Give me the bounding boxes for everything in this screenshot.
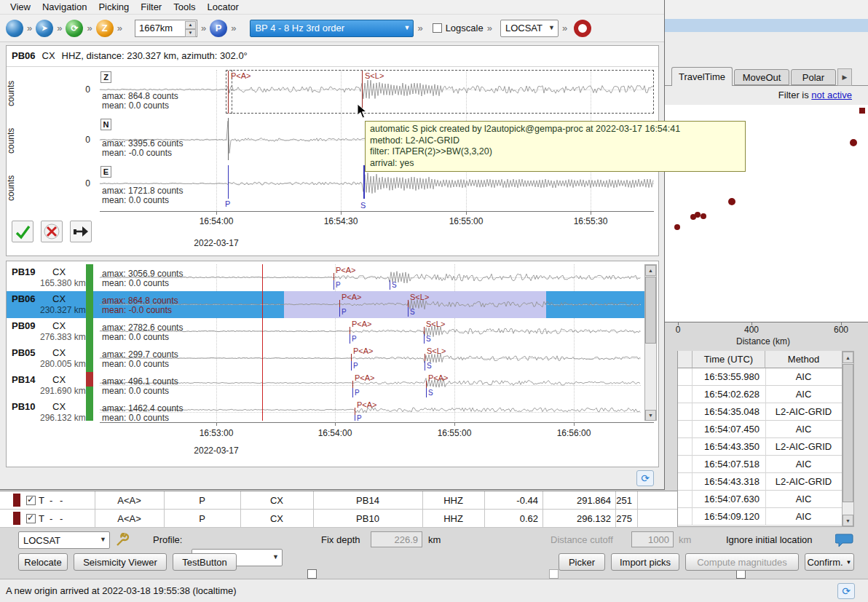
reject-pick-button[interactable] bbox=[41, 221, 63, 242]
fix-depth-checkbox[interactable] bbox=[307, 569, 317, 579]
spin-buttons[interactable]: ▲▼ bbox=[185, 21, 196, 36]
plot-point[interactable] bbox=[690, 214, 696, 220]
relocate-button[interactable]: Relocate bbox=[18, 553, 68, 571]
picker-button[interactable]: Picker bbox=[559, 553, 605, 571]
compute-magnitudes-button[interactable]: Compute magnitudes bbox=[685, 553, 799, 571]
station-network: CX bbox=[52, 401, 66, 412]
picks-table-row[interactable]: 16:54:43.350L2-AIC-GRID bbox=[678, 438, 842, 456]
spin-up-icon[interactable]: ▲ bbox=[185, 21, 196, 29]
residual-color-block bbox=[13, 494, 20, 507]
tab-polar[interactable]: Polar bbox=[791, 69, 836, 85]
station-list-scrollbar[interactable]: ▲ ▼ bbox=[644, 264, 657, 421]
menu-navigation[interactable]: Navigation bbox=[36, 0, 92, 14]
p-theoretical-marker[interactable] bbox=[228, 165, 229, 199]
filter-status-link[interactable]: not active bbox=[811, 90, 852, 100]
time-used-checkbox[interactable] bbox=[26, 496, 36, 505]
time-tick-label: 16:54:00 bbox=[312, 428, 358, 438]
arrival-row[interactable]: T - - A<A> P CX PB14 HHZ -0.44 291.864 2… bbox=[0, 491, 677, 510]
picks-table-row[interactable]: 16:54:07.630AIC bbox=[678, 491, 842, 508]
time-used-checkbox[interactable] bbox=[26, 514, 36, 523]
distance-cutoff-checkbox[interactable] bbox=[549, 569, 559, 579]
p-phase-icon[interactable]: P bbox=[210, 20, 227, 37]
comment-icon[interactable] bbox=[835, 532, 854, 548]
toolbar-separator[interactable]: » bbox=[87, 23, 92, 33]
toolbar-separator[interactable]: » bbox=[417, 23, 422, 33]
toolbar-separator[interactable]: » bbox=[201, 23, 206, 33]
toolbar-separator[interactable]: » bbox=[231, 23, 236, 33]
menu-locator[interactable]: Locator bbox=[202, 0, 245, 14]
p-pick-marker[interactable] bbox=[228, 71, 229, 114]
picks-table-row[interactable]: 16:54:35.048L2-AIC-GRID bbox=[678, 403, 842, 421]
test-button[interactable]: TestButton bbox=[173, 553, 237, 571]
toolbar-separator[interactable]: » bbox=[487, 23, 492, 33]
tab-traveltime[interactable]: TravelTime bbox=[671, 67, 733, 86]
picks-table-row[interactable]: 16:54:09.120AIC bbox=[678, 508, 842, 526]
station-row-pb14[interactable]: PB14 CX 291.690 km amax: 496.1 counts me… bbox=[7, 372, 644, 399]
station-network: CX bbox=[52, 293, 66, 304]
menu-filter[interactable]: Filter bbox=[135, 0, 167, 14]
menu-tools[interactable]: Tools bbox=[167, 0, 201, 14]
plot-point[interactable] bbox=[728, 198, 735, 205]
picks-table-row[interactable]: 16:53:55.980AIC bbox=[678, 368, 842, 386]
active-trace-selection[interactable] bbox=[226, 70, 654, 114]
logscale-checkbox[interactable] bbox=[433, 23, 442, 33]
column-header-time[interactable]: Time (UTC) bbox=[693, 351, 765, 368]
scroll-up-button[interactable]: ▲ bbox=[843, 352, 853, 363]
flag-dash: - bbox=[50, 513, 52, 524]
confirm-button[interactable]: Confirm.▼ bbox=[805, 553, 854, 571]
confirm-pick-button[interactable] bbox=[12, 221, 33, 242]
wrench-icon[interactable] bbox=[115, 533, 131, 547]
pick-method: AIC bbox=[765, 371, 842, 382]
depth-input[interactable]: 226.9 bbox=[371, 531, 422, 547]
toolbar-separator[interactable]: » bbox=[27, 23, 32, 33]
tab-scroll-right-button[interactable]: ▶ bbox=[837, 68, 852, 86]
refresh-green-icon[interactable]: ⟳ bbox=[66, 20, 83, 37]
station-row-pb10[interactable]: PB10 CX 296.132 km amax: 1462.4 counts m… bbox=[7, 399, 644, 421]
station-row-pb19[interactable]: PB19 CX 165.380 km amax: 3056.9 counts m… bbox=[7, 264, 644, 291]
station-distance: 280.005 km bbox=[40, 359, 86, 369]
origin-update-icon[interactable]: ⟳ bbox=[837, 583, 855, 599]
scroll-down-button[interactable]: ▼ bbox=[645, 410, 656, 421]
plot-point-square[interactable] bbox=[859, 108, 865, 114]
station-row-pb05[interactable]: PB05 CX 280.005 km amax: 299.7 counts me… bbox=[7, 345, 644, 372]
globe-cursor-icon[interactable]: ➤ bbox=[36, 20, 53, 37]
toolbar-locator-select[interactable]: LOCSAT▼ bbox=[500, 20, 559, 37]
filter-select[interactable]: BP 4 - 8 Hz 3rd order▼ bbox=[250, 20, 414, 37]
tab-moveout[interactable]: MoveOut bbox=[734, 69, 789, 85]
station-waveform[interactable] bbox=[100, 291, 641, 318]
z-component-icon[interactable]: Z bbox=[96, 20, 114, 37]
globe-icon[interactable] bbox=[6, 20, 23, 37]
column-header-method[interactable]: Method bbox=[765, 351, 842, 368]
apply-picks-button[interactable] bbox=[70, 221, 92, 242]
locator-select[interactable]: LOCSAT▼ bbox=[18, 531, 110, 549]
cutoff-input[interactable]: 1000 bbox=[631, 531, 674, 547]
plot-point[interactable] bbox=[674, 224, 680, 230]
picks-table-row[interactable]: 16:54:43.318L2-AIC-GRID bbox=[678, 473, 842, 491]
picks-table-row[interactable]: 16:54:07.450AIC bbox=[678, 421, 842, 438]
target-icon[interactable] bbox=[574, 20, 591, 37]
arrival-status: A<A> bbox=[95, 495, 164, 506]
menu-picking[interactable]: Picking bbox=[92, 0, 135, 14]
plot-point[interactable] bbox=[701, 213, 706, 219]
waveform-update-icon[interactable]: ⟳ bbox=[636, 470, 654, 486]
toolbar-separator[interactable]: » bbox=[57, 23, 62, 33]
picks-table-row[interactable]: 16:54:07.518AIC bbox=[678, 456, 842, 473]
import-picks-button[interactable]: Import picks bbox=[611, 553, 679, 571]
scroll-down-button[interactable]: ▼ bbox=[843, 515, 853, 526]
station-row-pb06-selected[interactable]: PB06 CX 230.327 km amax: 864.8 counts me… bbox=[7, 291, 644, 318]
picks-table-row[interactable]: 16:54:02.628AIC bbox=[678, 386, 842, 403]
scroll-up-button[interactable]: ▲ bbox=[645, 265, 656, 276]
spin-down-icon[interactable]: ▼ bbox=[185, 29, 196, 37]
toolbar-separator[interactable]: » bbox=[562, 23, 567, 33]
scrollbar-thumb[interactable] bbox=[645, 277, 656, 344]
station-row-pb09[interactable]: PB09 CX 276.383 km amax: 2782.6 counts m… bbox=[7, 318, 644, 345]
toolbar-separator[interactable]: » bbox=[117, 23, 122, 33]
picks-table-scrollbar[interactable]: ▲ ▼ bbox=[842, 351, 854, 527]
seismicity-viewer-button[interactable]: Seismicity Viewer bbox=[74, 553, 167, 571]
scrollbar-thumb[interactable] bbox=[843, 364, 853, 502]
plot-point[interactable] bbox=[850, 139, 857, 146]
zoom-spinbox[interactable]: 1667km ▲▼ bbox=[135, 20, 197, 37]
arrival-row[interactable]: T - - A<A> P CX PB10 HHZ 0.62 296.132 27… bbox=[0, 510, 677, 528]
menu-view[interactable]: View bbox=[4, 0, 36, 14]
s-pick-label: S<L> bbox=[365, 71, 384, 80]
